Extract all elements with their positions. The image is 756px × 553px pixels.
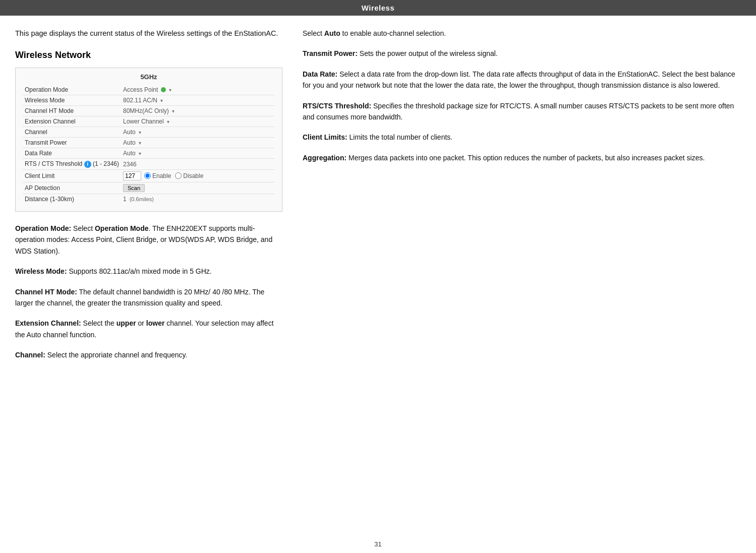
- desc-text: Sets the power output of the wireless si…: [358, 49, 498, 57]
- bold-upper: upper: [117, 319, 136, 327]
- desc-para-auto-channel: Select Auto to enable auto-channel selec…: [303, 28, 736, 39]
- dropdown-arrow-icon[interactable]: ▾: [139, 140, 141, 146]
- left-descriptions: Operation Mode: Select Operation Mode. T…: [15, 223, 282, 361]
- desc-text: Supports 802.11ac/a/n mixed mode in 5 GH…: [67, 267, 212, 275]
- settings-extra-text: (0.6miles): [130, 196, 154, 202]
- term: Operation Mode:: [15, 224, 71, 232]
- term: Wireless Mode:: [15, 267, 67, 275]
- top-bar: Wireless: [0, 0, 756, 16]
- plain-start: Select: [303, 29, 324, 37]
- settings-value: EnableDisable: [121, 169, 275, 182]
- desc-text: Select a data rate from the drop-down li…: [303, 70, 735, 89]
- desc-para-aggregation: Aggregation: Merges data packets into on…: [303, 152, 736, 163]
- right-descriptions: Select Auto to enable auto-channel selec…: [303, 28, 736, 163]
- main-content: This page displays the current status of…: [0, 16, 756, 535]
- settings-box: 5GHz Operation ModeAccess Point▾Wireless…: [15, 68, 282, 212]
- settings-value-text: Access Point: [123, 86, 158, 93]
- settings-label: Transmit Power: [23, 138, 121, 148]
- radio-label-disable[interactable]: Disable: [175, 172, 203, 179]
- settings-label: Data Rate: [23, 148, 121, 159]
- settings-value-text: Auto: [123, 129, 136, 136]
- settings-value-text: Auto: [123, 150, 136, 157]
- desc-text: Merges data packets into one packet. Thi…: [346, 154, 705, 162]
- scan-button[interactable]: Scan: [123, 184, 145, 192]
- settings-row: Data RateAuto▾: [23, 148, 275, 159]
- top-bar-title: Wireless: [362, 4, 395, 12]
- settings-value-text: 1: [123, 196, 127, 203]
- desc-para-operation-mode: Operation Mode: Select Operation Mode. T…: [15, 223, 282, 257]
- settings-row: Transmit PowerAuto▾: [23, 138, 275, 148]
- dropdown-arrow-icon[interactable]: ▾: [169, 87, 171, 93]
- settings-row: Channel HT Mode80MHz(AC Only)▾: [23, 106, 275, 116]
- desc-para-rts-cts: RTS/CTS Threshold: Specifies the thresho…: [303, 100, 736, 123]
- dropdown-arrow-icon[interactable]: ▾: [139, 130, 141, 135]
- desc-text: to enable auto-channel selection.: [340, 29, 446, 37]
- dropdown-arrow-icon[interactable]: ▾: [167, 119, 169, 125]
- settings-value: 802.11 AC/N▾: [121, 95, 275, 106]
- settings-row: AP DetectionScan: [23, 182, 275, 194]
- dropdown-arrow-icon[interactable]: ▾: [172, 108, 175, 114]
- term: RTS/CTS Threshold:: [303, 102, 371, 110]
- settings-row: Distance (1-30km)1(0.6miles): [23, 194, 275, 204]
- desc-text: Limits the total number of clients.: [347, 133, 453, 141]
- settings-label: Wireless Mode: [23, 95, 121, 106]
- term: Client Limits:: [303, 133, 347, 141]
- desc-para-channel-ht-mode: Channel HT Mode: The default channel ban…: [15, 286, 282, 309]
- bold-lower: lower: [146, 319, 165, 327]
- bold-term: Operation Mode: [95, 224, 149, 232]
- radio-label-enable[interactable]: Enable: [144, 172, 171, 179]
- info-icon[interactable]: i: [84, 161, 91, 168]
- settings-label: Client Limit: [23, 169, 121, 182]
- settings-label: Distance (1-30km): [23, 194, 121, 204]
- section-heading: Wireless Network: [15, 50, 282, 60]
- settings-value: Scan: [121, 182, 275, 194]
- radio-group: EnableDisable: [144, 172, 203, 179]
- settings-row: Wireless Mode802.11 AC/N▾: [23, 95, 275, 106]
- desc-text: Select the approriate channel and freque…: [45, 351, 187, 359]
- settings-label: AP Detection: [23, 182, 121, 194]
- settings-row: Client LimitEnableDisable: [23, 169, 275, 182]
- term: Data Rate:: [303, 70, 337, 78]
- dropdown-arrow-icon[interactable]: ▾: [139, 151, 141, 156]
- settings-label: RTS / CTS Threshold i (1 - 2346): [23, 159, 121, 170]
- desc-para-extension-channel: Extension Channel: Select the upper or l…: [15, 318, 282, 340]
- left-column: This page displays the current status of…: [15, 28, 282, 523]
- green-status-dot: [161, 87, 166, 92]
- settings-value: Auto▾: [121, 138, 275, 148]
- settings-label: Channel HT Mode: [23, 106, 121, 116]
- settings-row: Extension ChannelLower Channel▾: [23, 116, 275, 127]
- settings-value: Lower Channel▾: [121, 116, 275, 127]
- term: Channel:: [15, 351, 45, 359]
- settings-value-text: Lower Channel: [123, 118, 164, 125]
- settings-label: Extension Channel: [23, 116, 121, 127]
- settings-value-text: 802.11 AC/N: [123, 97, 157, 104]
- settings-value: Auto▾: [121, 148, 275, 159]
- settings-value: 80MHz(AC Only)▾: [121, 106, 275, 116]
- term: Extension Channel:: [15, 319, 81, 327]
- settings-value: Access Point▾: [121, 85, 275, 95]
- page-number: 31: [0, 535, 756, 553]
- term: Transmit Power:: [303, 49, 358, 57]
- settings-table: Operation ModeAccess Point▾Wireless Mode…: [23, 85, 275, 204]
- intro-text: This page displays the current status of…: [15, 28, 282, 39]
- settings-value-text: Auto: [123, 139, 136, 146]
- desc-para-client-limits: Client Limits: Limits the total number o…: [303, 132, 736, 143]
- desc-para-data-rate: Data Rate: Select a data rate from the d…: [303, 69, 736, 91]
- desc-para-channel: Channel: Select the approriate channel a…: [15, 349, 282, 360]
- dropdown-arrow-icon[interactable]: ▾: [160, 98, 163, 103]
- settings-value: 1(0.6miles): [121, 194, 275, 204]
- settings-label: Operation Mode: [23, 85, 121, 95]
- settings-value-text: 2346: [123, 161, 137, 168]
- client-limit-input[interactable]: [123, 171, 141, 180]
- bold-auto: Auto: [324, 29, 340, 37]
- settings-value-text: 80MHz(AC Only): [123, 107, 169, 114]
- settings-value: Auto▾: [121, 127, 275, 138]
- settings-row: RTS / CTS Threshold i (1 - 2346)2346: [23, 159, 275, 170]
- term: Channel HT Mode:: [15, 288, 77, 296]
- term: Aggregation:: [303, 154, 346, 162]
- desc-para-wireless-mode: Wireless Mode: Supports 802.11ac/a/n mix…: [15, 266, 282, 277]
- settings-label: Channel: [23, 127, 121, 138]
- settings-value: 2346: [121, 159, 275, 170]
- right-column: Select Auto to enable auto-channel selec…: [303, 28, 736, 523]
- desc-para-transmit-power: Transmit Power: Sets the power output of…: [303, 48, 736, 59]
